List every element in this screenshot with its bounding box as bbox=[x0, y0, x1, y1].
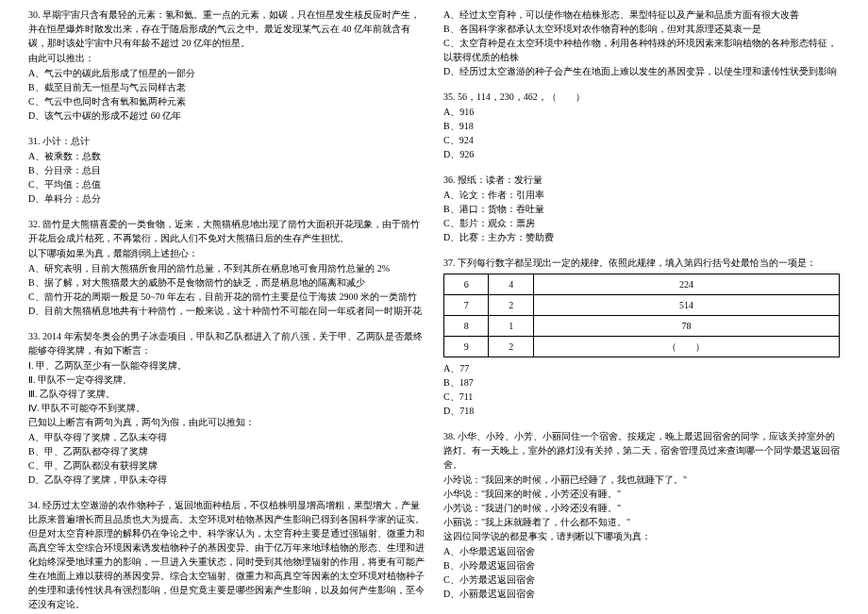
q33-s1: Ⅰ. 甲、乙两队至少有一队能夺得奖牌。 bbox=[28, 358, 425, 373]
cell: 2 bbox=[489, 295, 533, 316]
left-column: 30. 早期宇宙只含有最轻的元素：氢和氦。重一点的元素，如碳，只在恒星发生核反应… bbox=[19, 8, 434, 606]
q38-opt-b: B、小玲最迟返回宿舍 bbox=[443, 558, 840, 573]
q33-s2: Ⅱ. 甲队不一定夺得奖牌。 bbox=[28, 373, 425, 387]
question-36: 36. 报纸：读者：发行量 A、论文：作者：引用率 B、港口：货物：吞吐量 C、… bbox=[443, 173, 840, 244]
q34-opt-d: D、经历过太空遨游的种子会产生在地面上难以发生的基因变异，以使生理和遗传性状受到… bbox=[443, 64, 840, 78]
q37-opt-b: B、187 bbox=[443, 375, 840, 390]
q36-opt-b: B、港口：货物：吞吐量 bbox=[443, 202, 840, 216]
cell: 4 bbox=[489, 274, 533, 295]
q34-opt-b: B、各国科学家都承认太空环境对农作物育种的影响，但对其原理还莫衷一是 bbox=[443, 22, 840, 36]
question-35: 35. 56，114，230，462，（ ） A、916 B、918 C、924… bbox=[443, 90, 840, 161]
q35-opt-c: C、924 bbox=[443, 133, 840, 147]
q32-opt-b: B、据了解，对大熊猫最大的威胁不是食物箭竹的缺乏，而是栖息地的隔离和减少 bbox=[28, 275, 425, 290]
q31-opt-d: D、单科分：总分 bbox=[28, 191, 425, 206]
q32-stem: 32. 箭竹是大熊猫喜爱的一类食物，近来，大熊猫栖息地出现了箭竹大面积开花现象，… bbox=[28, 217, 425, 245]
cell: 78 bbox=[533, 316, 839, 337]
q38-l4: 小丽说："我上床就睡着了，什么都不知道。" bbox=[443, 515, 840, 529]
q35-opt-b: B、918 bbox=[443, 119, 840, 133]
cell: 2 bbox=[489, 337, 533, 357]
q36-opt-a: A、论文：作者：引用率 bbox=[443, 188, 840, 202]
q37-opt-d: D、718 bbox=[443, 404, 840, 418]
cell: 9 bbox=[444, 337, 489, 357]
cell: 7 bbox=[444, 295, 489, 316]
q37-stem: 37. 下列每行数字都呈现出一定的规律。依照此规律，填入第四行括号处最恰当的一项… bbox=[443, 256, 840, 270]
q31-opt-b: B、分目录：总目 bbox=[28, 163, 425, 177]
q38-opt-a: A、小华最迟返回宿舍 bbox=[443, 544, 840, 558]
q38-l2: 小华说："我回来的时候，小芳还没有睡。" bbox=[443, 487, 840, 501]
q38-opt-d: D、小丽最迟返回宿舍 bbox=[443, 587, 840, 601]
q32-lead: 以下哪项如果为真，最能削弱上述担心： bbox=[28, 246, 425, 260]
q38-opt-c: C、小芳最迟返回宿舍 bbox=[443, 573, 840, 587]
q30-opt-d: D、该气云中碳的形成不超过 60 亿年 bbox=[28, 108, 425, 123]
question-31: 31. 小计：总计 A、被乘数：总数 B、分目录：总目 C、平均值：总值 D、单… bbox=[28, 134, 425, 206]
q33-s4: Ⅳ. 甲队不可能夺不到奖牌。 bbox=[28, 401, 425, 415]
question-34: 34. 经历过太空遨游的农作物种子，返回地面种植后，不仅植株明显增高增粗，果型增… bbox=[28, 498, 425, 614]
cell: 1 bbox=[489, 316, 533, 337]
cell: 514 bbox=[533, 295, 839, 316]
q30-opt-b: B、截至目前无一恒星与气云同样古老 bbox=[28, 80, 425, 94]
q37-table: 6 4 224 7 2 514 8 1 78 9 2 （ ） bbox=[443, 274, 840, 357]
question-30: 30. 早期宇宙只含有最轻的元素：氢和氦。重一点的元素，如碳，只在恒星发生核反应… bbox=[28, 8, 425, 123]
question-33: 33. 2014 年索契冬奥会的男子冰壶项目，甲队和乙队都进入了前八强，关于甲、… bbox=[28, 329, 425, 487]
table-row: 6 4 224 bbox=[444, 274, 840, 295]
table-row: 9 2 （ ） bbox=[444, 337, 840, 357]
q32-opt-c: C、箭竹开花的周期一般是 50~70 年左右，目前开花的箭竹主要是位于海拔 29… bbox=[28, 290, 425, 304]
q38-l3: 小芳说："我进门的时候，小玲还没有睡。" bbox=[443, 501, 840, 515]
cell: 8 bbox=[444, 316, 489, 337]
table-row: 7 2 514 bbox=[444, 295, 840, 316]
q35-opt-a: A、916 bbox=[443, 105, 840, 119]
table-row: 8 1 78 bbox=[444, 316, 840, 337]
q33-stem: 33. 2014 年索契冬奥会的男子冰壶项目，甲队和乙队都进入了前八强，关于甲、… bbox=[28, 329, 425, 357]
q35-stem: 35. 56，114，230，462，（ ） bbox=[443, 90, 840, 104]
question-38: 38. 小华、小玲、小芳、小丽同住一个宿舍。按规定，晚上最迟回宿舍的同学，应该关… bbox=[443, 429, 840, 601]
q33-lead: 已知以上断言有两句为真，两句为假，由此可以推知： bbox=[28, 415, 425, 429]
q30-stem: 30. 早期宇宙只含有最轻的元素：氢和氦。重一点的元素，如碳，只在恒星发生核反应… bbox=[28, 8, 425, 50]
q35-opt-d: D、926 bbox=[443, 147, 840, 161]
q37-opt-c: C、711 bbox=[443, 390, 840, 404]
q34-opt-c: C、太空育种是在太空环境中种植作物，利用各种特殊的环境因素来影响植物的各种形态特… bbox=[443, 36, 840, 64]
q34-opt-a: A、经过太空育种，可以使作物在植株形态、果型特征以及产量和品质方面有很大改善 bbox=[443, 8, 840, 22]
q30-lead: 由此可以推出： bbox=[28, 51, 425, 65]
q36-stem: 36. 报纸：读者：发行量 bbox=[443, 173, 840, 187]
q38-l1: 小玲说："我回来的时候，小丽已经睡了，我也就睡下了。" bbox=[443, 473, 840, 487]
q33-s3: Ⅲ. 乙队夺得了奖牌。 bbox=[28, 387, 425, 401]
q38-stem: 38. 小华、小玲、小芳、小丽同住一个宿舍。按规定，晚上最迟回宿舍的同学，应该关… bbox=[443, 429, 840, 472]
right-column: A、经过太空育种，可以使作物在植株形态、果型特征以及产量和品质方面有很大改善 B… bbox=[434, 8, 849, 606]
q33-opt-a: A、甲队夺得了奖牌，乙队未夺得 bbox=[28, 430, 425, 444]
question-32: 32. 箭竹是大熊猫喜爱的一类食物，近来，大熊猫栖息地出现了箭竹大面积开花现象，… bbox=[28, 217, 425, 318]
q36-opt-c: C、影片：观众：票房 bbox=[443, 216, 840, 230]
q31-opt-c: C、平均值：总值 bbox=[28, 177, 425, 191]
question-37: 37. 下列每行数字都呈现出一定的规律。依照此规律，填入第四行括号处最恰当的一项… bbox=[443, 256, 840, 418]
cell: 6 bbox=[444, 274, 489, 295]
q30-opt-c: C、气云中也同时含有氧和氦两种元素 bbox=[28, 94, 425, 108]
q33-opt-d: D、乙队夺得了奖牌，甲队未夺得 bbox=[28, 473, 425, 487]
q37-opt-a: A、77 bbox=[443, 361, 840, 375]
q34-stem: 34. 经历过太空遨游的农作物种子，返回地面种植后，不仅植株明显增高增粗，果型增… bbox=[28, 498, 425, 611]
q33-opt-c: C、甲、乙两队都没有获得奖牌 bbox=[28, 458, 425, 473]
q32-opt-a: A、研究表明，目前大熊猫所食用的箭竹总量，不到其所在栖息地可食用箭竹总量的 2% bbox=[28, 261, 425, 275]
q30-opt-a: A、气云中的碳此后形成了恒星的一部分 bbox=[28, 66, 425, 80]
q31-stem: 31. 小计：总计 bbox=[28, 134, 425, 148]
q32-opt-d: D、目前大熊猫栖息地共有十种箭竹，一般来说，这十种箭竹不可能在同一年或者同一时期… bbox=[28, 304, 425, 318]
question-34-cont: A、经过太空育种，可以使作物在植株形态、果型特征以及产量和品质方面有很大改善 B… bbox=[443, 8, 840, 78]
cell: 224 bbox=[533, 274, 839, 295]
q36-opt-d: D、比赛：主办方：赞助费 bbox=[443, 230, 840, 244]
q33-opt-b: B、甲、乙两队都夺得了奖牌 bbox=[28, 444, 425, 458]
q38-lead: 这四位同学说的都是事实，请判断以下哪项为真： bbox=[443, 529, 840, 543]
q31-opt-a: A、被乘数：总数 bbox=[28, 149, 425, 163]
cell: （ ） bbox=[533, 337, 839, 357]
